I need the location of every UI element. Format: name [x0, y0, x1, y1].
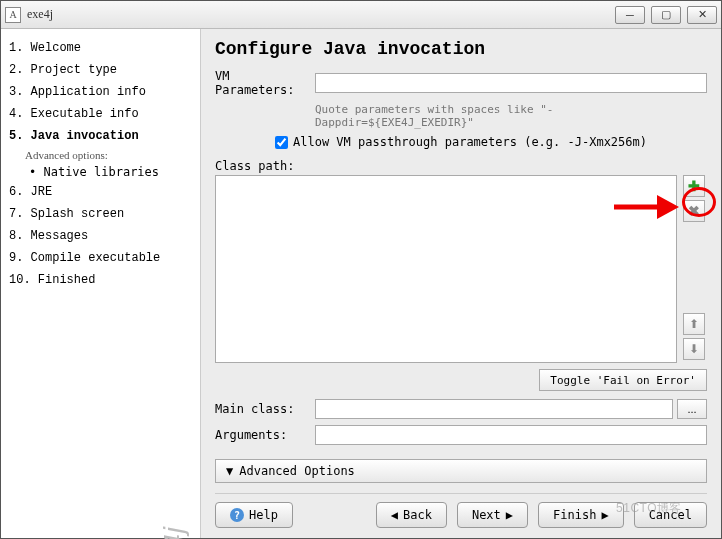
passthrough-label: Allow VM passthrough parameters (e.g. -J… [293, 135, 647, 149]
vm-params-label: VM Parameters: [215, 69, 315, 97]
step-java-invocation[interactable]: 5. Java invocation [7, 125, 194, 147]
wizard-sidebar: 1. Welcome 2. Project type 3. Applicatio… [1, 29, 201, 538]
step-list-2: 6. JRE 7. Splash screen 8. Messages 9. C… [7, 181, 194, 291]
advanced-options-button[interactable]: ▼ Advanced Options [215, 459, 707, 483]
step-finished[interactable]: 10. Finished [7, 269, 194, 291]
window-title: exe4j [27, 7, 615, 22]
move-up-button[interactable]: ⬆ [683, 313, 705, 335]
browse-main-class-button[interactable]: ... [677, 399, 707, 419]
arguments-label: Arguments: [215, 428, 315, 442]
classpath-listbox[interactable] [215, 175, 677, 363]
advanced-native-libraries[interactable]: • Native libraries [7, 163, 194, 181]
titlebar: A exe4j ─ ▢ ✕ [1, 1, 721, 29]
step-jre[interactable]: 6. JRE [7, 181, 194, 203]
remove-classpath-button[interactable]: ✖ [683, 200, 705, 222]
main-class-label: Main class: [215, 402, 315, 416]
step-executable-info[interactable]: 4. Executable info [7, 103, 194, 125]
step-application-info[interactable]: 3. Application info [7, 81, 194, 103]
close-button[interactable]: ✕ [687, 6, 717, 24]
step-project-type[interactable]: 2. Project type [7, 59, 194, 81]
page-heading: Configure Java invocation [215, 39, 707, 59]
next-button[interactable]: Next ▶ [457, 502, 528, 528]
help-button[interactable]: ? Help [215, 502, 293, 528]
maximize-button[interactable]: ▢ [651, 6, 681, 24]
main-class-input[interactable] [315, 399, 673, 419]
arguments-input[interactable] [315, 425, 707, 445]
step-welcome[interactable]: 1. Welcome [7, 37, 194, 59]
app-icon: A [5, 7, 21, 23]
main-panel: Configure Java invocation VM Parameters:… [201, 29, 721, 538]
add-classpath-button[interactable]: ✚ [683, 175, 705, 197]
step-compile-executable[interactable]: 9. Compile executable [7, 247, 194, 269]
move-down-button[interactable]: ⬇ [683, 338, 705, 360]
help-icon: ? [230, 508, 244, 522]
passthrough-checkbox[interactable] [275, 136, 288, 149]
vm-params-hint: Quote parameters with spaces like "-Dapp… [315, 103, 707, 129]
step-messages[interactable]: 8. Messages [7, 225, 194, 247]
toggle-fail-on-error-button[interactable]: Toggle 'Fail on Error' [539, 369, 707, 391]
vm-params-input[interactable] [315, 73, 707, 93]
chevron-down-icon: ▼ [226, 464, 233, 478]
back-button[interactable]: ◀ Back [376, 502, 447, 528]
step-splash-screen[interactable]: 7. Splash screen [7, 203, 194, 225]
minimize-button[interactable]: ─ [615, 6, 645, 24]
finish-button[interactable]: Finish ▶ [538, 502, 624, 528]
advanced-options-label: Advanced options: [7, 147, 194, 163]
step-list: 1. Welcome 2. Project type 3. Applicatio… [7, 37, 194, 147]
classpath-label: Class path: [215, 159, 294, 173]
watermark: 51CTO博客 [616, 500, 682, 517]
exe4j-logo: exe4j [158, 526, 190, 539]
